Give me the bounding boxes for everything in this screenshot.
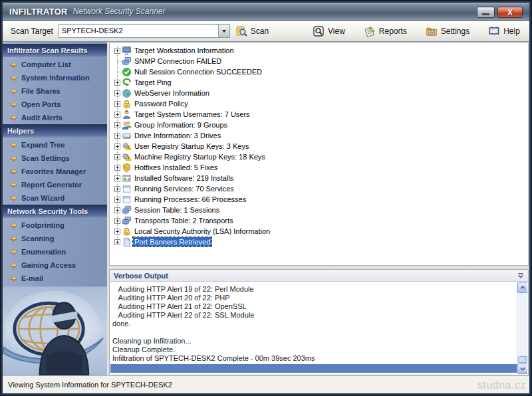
expand-plus-icon[interactable] — [114, 101, 120, 107]
tree-item-local-security-authority-lsa-information[interactable]: Local Security Authority (LSA) Informati… — [110, 226, 528, 237]
reports-button[interactable]: Reports — [364, 25, 407, 37]
computers-icon — [122, 56, 133, 66]
sidebar-item-enumeration[interactable]: Enumeration — [3, 245, 107, 258]
expand-plus-icon[interactable] — [114, 175, 120, 181]
sidebar-item-system-information[interactable]: System Information — [3, 71, 107, 84]
sidebar-item-e-mail[interactable]: E-mail — [3, 272, 107, 285]
scan-button-label: Scan — [251, 27, 269, 36]
tree-item-running-services-70-services[interactable]: Running Services: 70 Services — [110, 183, 528, 194]
tree-item-running-processes-66-processes[interactable]: Running Processes: 66 Processes — [110, 194, 528, 205]
tree-item-password-policy[interactable]: Password Policy — [110, 98, 528, 109]
tree-branch-line — [117, 61, 123, 62]
sidebar-item-footprinting[interactable]: Footprinting — [3, 219, 107, 232]
tree-item-session-table-1-sessions[interactable]: Session Table: 1 Sessions — [110, 205, 528, 215]
view-button[interactable]: View — [313, 25, 345, 37]
tree-item-label[interactable]: Local Security Authority (LSA) Informati… — [133, 227, 271, 236]
expand-plus-icon[interactable] — [114, 239, 120, 245]
tree-item-target-ping[interactable]: Target Ping — [110, 77, 528, 88]
sidebar-item-expand-tree[interactable]: Expand Tree — [3, 138, 107, 151]
expand-plus-icon[interactable] — [114, 122, 120, 128]
tree-item-drive-information-3-drives[interactable]: Drive Information: 3 Drives — [110, 130, 528, 141]
expand-plus-icon[interactable] — [114, 165, 120, 171]
watermark: studna.cz — [477, 379, 526, 391]
sidebar-item-file-shares[interactable]: File Shares — [3, 84, 107, 98]
sidebar-item-favorites-manager[interactable]: Favorites Manager — [3, 165, 107, 178]
tree-item-group-information-9-groups[interactable]: Group Information: 9 Groups — [110, 120, 528, 130]
expand-plus-icon[interactable] — [114, 207, 120, 213]
scroll-down-button[interactable] — [517, 363, 527, 374]
combobox-dropdown-button[interactable] — [218, 25, 229, 37]
reports-button-label: Reports — [379, 27, 407, 36]
tree-item-label[interactable]: Null Session Connection SUCCEEDED — [133, 67, 263, 76]
expand-plus-icon[interactable] — [114, 144, 120, 149]
scan-target-combobox[interactable]: SPYTECH-DESK2 — [59, 24, 230, 38]
tree-item-target-system-usernames-7-users[interactable]: Target System Usernames: 7 Users — [110, 109, 528, 120]
tree-item-label[interactable]: WebServer Information — [133, 88, 211, 98]
tree-item-transports-table-2-transports[interactable]: Transports Table: 2 Transports — [110, 215, 528, 226]
tree-item-snmp-connection-failed[interactable]: SNMP Connection FAILED — [110, 56, 528, 66]
tree-item-label[interactable]: Group Information: 9 Groups — [133, 120, 229, 130]
tree-item-label[interactable]: Target Workstation Information — [133, 46, 235, 55]
sidebar-item-scan-wizard[interactable]: Scan Wizard — [3, 191, 107, 205]
tree-item-port-banners-retrieved[interactable]: Port Banners Retrieved — [110, 237, 528, 247]
sidebar-item-scanning[interactable]: Scanning — [3, 232, 107, 245]
sidebar-item-gaining-access[interactable]: Gaining Access — [3, 258, 107, 272]
expand-plus-icon[interactable] — [114, 112, 120, 118]
verbose-line: Auditing HTTP Alert 21 of 22: OpenSSL — [112, 302, 527, 311]
tree-item-label[interactable]: Hotfixes Installed: 5 Fixes — [133, 163, 219, 172]
expand-plus-icon[interactable] — [114, 154, 120, 160]
tree-item-label[interactable]: Session Table: 1 Sessions — [133, 205, 221, 215]
sidebar-item-label: E-mail — [21, 274, 43, 282]
scrollbar-thumb[interactable] — [518, 356, 527, 363]
tree-item-hotfixes-installed-5-fixes[interactable]: Hotfixes Installed: 5 Fixes — [110, 162, 528, 173]
tree-item-label[interactable]: Running Services: 70 Services — [133, 184, 235, 193]
expand-plus-icon[interactable] — [114, 229, 120, 235]
tree-item-label[interactable]: SNMP Connection FAILED — [133, 56, 223, 66]
expand-plus-icon[interactable] — [114, 197, 120, 203]
tree-item-null-session-connection-succeeded[interactable]: Null Session Connection SUCCEEDED — [110, 66, 528, 77]
sidebar-item-audit-alerts[interactable]: Audit Alerts — [3, 111, 107, 124]
tree-connector — [110, 56, 122, 66]
expand-plus-icon[interactable] — [114, 186, 120, 192]
tree-item-webserver-information[interactable]: WebServer Information — [110, 88, 528, 98]
tree-item-label[interactable]: Target System Usernames: 7 Users — [133, 110, 251, 119]
expand-plus-icon[interactable] — [114, 90, 120, 96]
status-text: Viewing System Information for SPYTECH-D… — [8, 381, 172, 389]
expand-plus-icon[interactable] — [114, 218, 120, 224]
sidebar-item-computer-list[interactable]: Computer List — [3, 58, 107, 71]
sidebar-item-report-generator[interactable]: Report Generator — [3, 178, 107, 191]
scan-button[interactable]: Scan — [235, 25, 269, 37]
tree-item-label[interactable]: Password Policy — [133, 99, 190, 108]
expand-plus-icon[interactable] — [114, 133, 120, 139]
collapse-panel-icon[interactable] — [517, 272, 524, 279]
main-area: Infiltrator Scan ResultsComputer ListSys… — [3, 42, 529, 375]
tree-item-label[interactable]: Running Processes: 66 Processes — [133, 195, 247, 204]
tree-item-label[interactable]: Transports Table: 2 Transports — [133, 216, 235, 225]
tree-item-label[interactable]: Machine Registry Startup Keys: 18 Keys — [133, 152, 267, 161]
sidebar-item-scan-settings[interactable]: Scan Settings — [3, 151, 107, 165]
tree-item-label[interactable]: User Registry Startup Keys: 3 Keys — [133, 142, 250, 151]
tree-item-user-registry-startup-keys-3-keys[interactable]: User Registry Startup Keys: 3 Keys — [110, 141, 528, 151]
tree-item-label[interactable]: Target Ping — [133, 78, 173, 87]
minimize-button[interactable] — [477, 7, 495, 18]
help-button[interactable]: Help — [488, 25, 520, 37]
tree-item-label[interactable]: Drive Information: 3 Drives — [133, 131, 222, 140]
scroll-up-button[interactable] — [517, 282, 527, 293]
tree-item-label[interactable]: Port Banners Retrieved — [133, 237, 211, 247]
expand-plus-icon[interactable] — [114, 48, 120, 54]
vertical-scrollbar[interactable] — [517, 282, 527, 374]
close-button[interactable]: X — [497, 7, 523, 18]
settings-button[interactable]: Settings — [426, 25, 469, 37]
titlebar: INFILTRATOR Network Security Scanner X — [3, 3, 529, 21]
tree-item-label[interactable]: Installed Software: 219 Installs — [133, 173, 235, 183]
sidebar-item-open-ports[interactable]: Open Ports — [3, 98, 107, 111]
tree-item-target-workstation-information[interactable]: Target Workstation Information — [110, 45, 528, 56]
verbose-selected-line[interactable] — [110, 364, 517, 373]
toolbar: Scan Target SPYTECH-DESK2 Scan ViewRepor… — [3, 21, 529, 42]
verbose-output-content[interactable]: Auditing HTTP Alert 19 of 22: Perl Modul… — [110, 282, 527, 374]
verbose-line: Auditing HTTP Alert 19 of 22: Perl Modul… — [112, 285, 527, 294]
tree-item-installed-software-219-installs[interactable]: Installed Software: 219 Installs — [110, 173, 528, 183]
expand-plus-icon[interactable] — [114, 80, 120, 86]
tree-item-machine-registry-startup-keys-18-keys[interactable]: Machine Registry Startup Keys: 18 Keys — [110, 151, 528, 162]
arrow-icon — [10, 222, 17, 229]
